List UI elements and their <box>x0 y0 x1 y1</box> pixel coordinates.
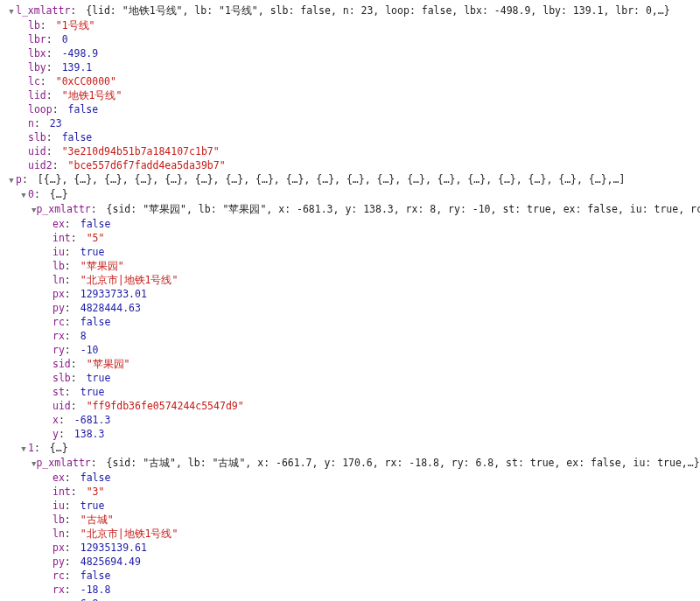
collapse-icon[interactable]: ▼ <box>19 188 28 202</box>
l-xmlattr-lbx: lbx: -498.9 <box>19 46 693 60</box>
l-xmlattr-n: n: 23 <box>19 116 693 130</box>
l-xmlattr-slb: slb: false <box>19 130 693 144</box>
p-xmlattr-header-1[interactable]: ▼p_xmlattr: {sid: "古城", lb: "古城", x: -66… <box>32 456 693 471</box>
collapse-icon[interactable]: ▼ <box>7 173 16 187</box>
l-xmlattr-lby: lby: 139.1 <box>19 60 693 74</box>
p1-ln: ln: "北京市|地铁1号线" <box>44 527 693 541</box>
p1-ry: ry: 6.8 <box>44 597 693 601</box>
p-item-0[interactable]: ▼0: {…} <box>19 187 693 202</box>
p1-py: py: 4825694.49 <box>44 555 693 569</box>
p1-rc: rc: false <box>44 569 693 583</box>
p0-slb: slb: true <box>44 371 693 385</box>
l-xmlattr-loop: loop: false <box>19 102 693 116</box>
p1-rx: rx: -18.8 <box>44 583 693 597</box>
p0-rc: rc: false <box>44 315 693 329</box>
p0-iu: iu: true <box>44 245 693 259</box>
l-xmlattr-lbr: lbr: 0 <box>19 32 693 46</box>
p-item-1[interactable]: ▼1: {…} <box>19 441 693 456</box>
json-tree: ▼l_xmlattr: {lid: "地铁1号线", lb: "1号线", sl… <box>7 3 693 601</box>
collapse-icon[interactable]: ▼ <box>7 4 16 18</box>
p0-y: y: 138.3 <box>44 427 693 441</box>
collapse-icon[interactable]: ▼ <box>19 442 28 456</box>
p-header[interactable]: ▼p: [{…}, {…}, {…}, {…}, {…}, {…}, {…}, … <box>7 172 693 187</box>
l-xmlattr-lb: lb: "1号线" <box>19 18 693 32</box>
p0-px: px: 12933733.01 <box>44 287 693 301</box>
p0-py: py: 4828444.63 <box>44 301 693 315</box>
p0-uid: uid: "ff9fdb36fe0574244c5547d9" <box>44 399 693 413</box>
l-xmlattr-lid: lid: "地铁1号线" <box>19 88 693 102</box>
p0-lb: lb: "苹果园" <box>44 259 693 273</box>
p0-x: x: -681.3 <box>44 413 693 427</box>
p0-ex: ex: false <box>44 217 693 231</box>
p0-int: int: "5" <box>44 231 693 245</box>
l-xmlattr-header[interactable]: ▼l_xmlattr: {lid: "地铁1号线", lb: "1号线", sl… <box>7 3 693 18</box>
p1-iu: iu: true <box>44 499 693 513</box>
l-xmlattr-uid: uid: "3e210d94b51b7a184107c1b7" <box>19 144 693 158</box>
p0-rx: rx: 8 <box>44 329 693 343</box>
l-xmlattr-lc: lc: "0xCC0000" <box>19 74 693 88</box>
p1-int: int: "3" <box>44 485 693 499</box>
p0-ln: ln: "北京市|地铁1号线" <box>44 273 693 287</box>
p1-lb: lb: "古城" <box>44 513 693 527</box>
p1-px: px: 12935139.61 <box>44 541 693 555</box>
p-xmlattr-header-0[interactable]: ▼p_xmlattr: {sid: "苹果园", lb: "苹果园", x: -… <box>32 202 693 217</box>
p1-ex: ex: false <box>44 471 693 485</box>
p0-ry: ry: -10 <box>44 343 693 357</box>
p0-st: st: true <box>44 385 693 399</box>
l-xmlattr-uid2: uid2: "bce557d6f7fadd4ea5da39b7" <box>19 158 693 172</box>
p0-sid: sid: "苹果园" <box>44 357 693 371</box>
